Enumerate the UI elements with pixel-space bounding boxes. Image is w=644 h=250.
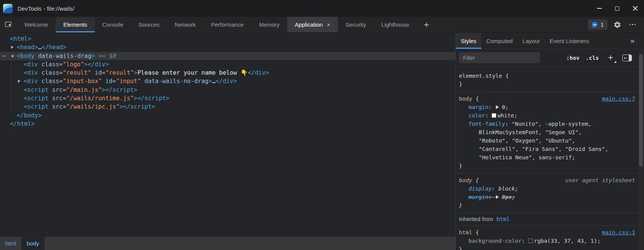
tab-label: Security <box>345 21 366 28</box>
breadcrumb-item-html[interactable]: html <box>0 237 21 250</box>
css-declaration[interactable]: margin: 0; <box>456 103 644 111</box>
css-value-continuation: BlinkMacSystemFont, "Segoe UI", <box>456 128 644 136</box>
new-style-rule-button[interactable]: + <box>608 53 613 62</box>
stylesheet-link[interactable]: main.css:1 <box>602 229 635 236</box>
tab-label: Network <box>175 21 196 28</box>
styles-filter-input[interactable] <box>459 52 540 63</box>
sidebar-more-tabs-button[interactable]: » <box>630 33 644 49</box>
tab-application[interactable]: Application× <box>287 17 338 32</box>
code-segment: <div <box>24 69 38 76</box>
toggle-element-state-button[interactable]: :hov <box>566 55 580 61</box>
minimize-button[interactable] <box>590 0 608 17</box>
css-declaration[interactable]: background-color: rgba(33, 37, 43, 1); <box>456 237 644 245</box>
sidebar-tab-layout[interactable]: Layout <box>518 33 545 49</box>
code-segment: = <box>59 61 62 68</box>
tab-welcome[interactable]: Welcome <box>17 17 56 32</box>
code-segment: > <box>91 53 95 59</box>
code-segment: id <box>91 69 102 76</box>
color-swatch[interactable] <box>528 239 533 243</box>
css-value-continuation: "Helvetica Neue", sans-serif; <box>456 153 644 162</box>
tab-lighthouse[interactable]: Lighthouse <box>374 17 417 32</box>
css-property-value: block; <box>499 184 518 193</box>
rule-selector-line[interactable]: html {main.css:1 <box>456 228 644 237</box>
open-brace: { <box>502 72 509 80</box>
more-actions-icon[interactable]: ⋯ <box>2 52 6 60</box>
dom-tree-row[interactable]: <div class="logo"></div> <box>0 60 455 69</box>
css-property-value: white; <box>497 111 517 120</box>
tab-sources[interactable]: Sources <box>131 17 167 32</box>
code-segment: "logo" <box>63 61 84 68</box>
close-button[interactable] <box>626 0 644 17</box>
css-property-name: background-color <box>468 237 522 245</box>
dom-tree-row[interactable]: </body> <box>0 111 455 120</box>
css-colon: : <box>522 237 528 245</box>
code-segment: <head> <box>17 44 38 51</box>
tab-label: Performance <box>211 21 244 28</box>
rule-selector: body <box>459 176 472 184</box>
dom-tree-row[interactable]: </html> <box>0 120 455 128</box>
element-classes-button[interactable]: .cls <box>586 55 599 61</box>
more-options-button[interactable] <box>627 19 638 30</box>
dom-tree-row[interactable]: <script src="/main.js"></script> <box>0 86 455 94</box>
inherited-node-link[interactable]: html <box>496 215 510 223</box>
settings-button[interactable] <box>612 19 623 30</box>
tab-network[interactable]: Network <box>167 17 203 32</box>
expand-arrow-icon[interactable] <box>11 46 14 49</box>
tab-performance[interactable]: Performance <box>203 17 251 32</box>
rule-selector-line[interactable]: body {user agent stylesheet <box>456 176 644 184</box>
stylesheet-link[interactable]: main.css:7 <box>602 96 635 102</box>
maximize-button[interactable] <box>608 0 626 17</box>
css-declaration[interactable]: display: block; <box>456 184 644 193</box>
style-rule: body {main.css:7margin: 0;color: white;f… <box>456 92 644 173</box>
code-segment: <div <box>24 78 38 85</box>
tab-console[interactable]: Console <box>95 17 131 32</box>
dom-tree-row[interactable]: <script src="/wails/ipc.js"></script> <box>0 103 455 111</box>
dom-tree-row[interactable]: <div class="result" id="result">Please e… <box>0 69 455 77</box>
issues-counter-button[interactable]: 1 <box>588 19 607 30</box>
rule-selector: element.style <box>459 72 502 80</box>
code-segment: </html> <box>10 120 35 127</box>
dom-tree-row[interactable]: <div class="input-box" id="input" data-w… <box>0 77 455 85</box>
code-segment: </div> <box>248 69 269 76</box>
expand-value-icon[interactable] <box>496 105 499 109</box>
styles-sidebar: StylesComputedLayoutEvent Listeners» :ho… <box>456 33 644 250</box>
tab-memory[interactable]: Memory <box>251 17 287 32</box>
styles-scrollbar[interactable] <box>638 50 644 250</box>
breadcrumb-item-body[interactable]: body <box>21 237 45 250</box>
code-segment: <script <box>24 103 48 110</box>
toggle-computed-sidebar-button[interactable]: ← <box>622 54 632 61</box>
inspect-element-button[interactable] <box>0 17 17 32</box>
collapse-arrow-icon[interactable] <box>11 55 14 58</box>
code-segment: src <box>48 87 62 93</box>
color-swatch[interactable] <box>492 113 496 118</box>
css-declaration[interactable]: margin: 8px; <box>456 193 644 201</box>
dom-tree-row[interactable]: ⋯<body data-wails-drag> == $0 <box>0 52 455 60</box>
rule-selector-line[interactable]: element.style { <box>456 72 644 80</box>
rule-selector-line[interactable]: body {main.css:7 <box>456 95 644 103</box>
tab-label: Welcome <box>24 21 48 28</box>
expand-value-icon[interactable] <box>496 195 499 199</box>
panel-bar-icon <box>629 55 631 61</box>
devtools-content: <html><head>…</head>⋯<body data-wails-dr… <box>0 33 644 250</box>
css-property-value: "Nunito", -apple-system, <box>512 120 592 128</box>
sidebar-tab-styles[interactable]: Styles <box>456 33 481 49</box>
css-declaration[interactable]: font-family: "Nunito", -apple-system, <box>456 120 644 128</box>
sidebar-tab-event-listeners[interactable]: Event Listeners <box>545 33 594 49</box>
dom-tree-row[interactable]: <head>…</head> <box>0 43 455 51</box>
dom-tree-row[interactable]: <html> <box>0 35 455 43</box>
tab-elements[interactable]: Elements <box>56 17 95 32</box>
css-declaration[interactable]: color: white; <box>456 111 644 120</box>
css-value-continuation: "Cantarell", "Fira Sans", "Droid Sans", <box>456 145 644 153</box>
close-tab-icon[interactable]: × <box>327 22 330 27</box>
ellipsis-icon <box>630 24 636 26</box>
open-brace: { <box>472 176 479 184</box>
scrollbar-thumb[interactable] <box>639 54 643 167</box>
sidebar-tab-computed[interactable]: Computed <box>481 33 518 49</box>
tab-security[interactable]: Security <box>338 17 374 32</box>
window-controls <box>590 0 644 17</box>
panel-tab-strip: WelcomeElementsConsoleSourcesNetworkPerf… <box>17 17 417 32</box>
more-tabs-button[interactable]: + <box>417 17 436 32</box>
dom-tree-row[interactable]: <script src="/wails/runtime.js"></script… <box>0 94 455 103</box>
expand-arrow-icon[interactable] <box>18 80 21 83</box>
inherited-from-label: Inherited from <box>459 215 493 223</box>
